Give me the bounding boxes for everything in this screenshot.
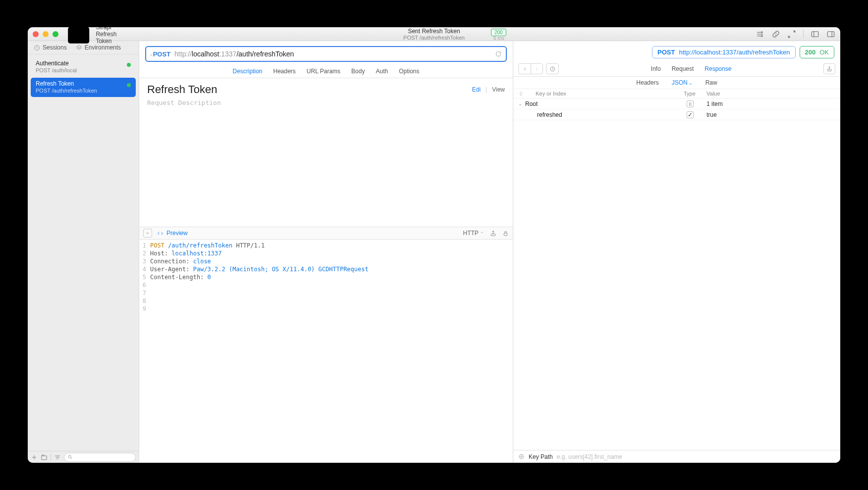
json-columns-header: Key or Index Type Value — [513, 89, 840, 98]
code-lang-select[interactable]: HTTP ⌃ — [463, 230, 484, 237]
tab-sessions[interactable]: Sessions — [34, 44, 67, 51]
subtab-headers[interactable]: Headers — [636, 79, 658, 86]
status-time: 6 ms — [493, 36, 504, 41]
project-icon — [64, 27, 93, 48]
minimize-window-button[interactable] — [43, 31, 49, 37]
keypath-input[interactable] — [557, 453, 835, 460]
description-area: Refresh Token Edi | View Request Descrip… — [139, 78, 513, 227]
svg-point-12 — [519, 454, 524, 459]
request-tabs: Description Headers URL Params Body Auth… — [139, 65, 513, 78]
history-button[interactable] — [546, 63, 559, 74]
sidebar-bottom-toolbar — [28, 451, 139, 463]
preview-label[interactable]: Preview — [157, 230, 188, 237]
request-list: Authenticate POST /auth/local Refresh To… — [28, 54, 139, 451]
tab-info[interactable]: Info — [651, 65, 661, 72]
response-status-pill: 200 OK — [800, 46, 835, 58]
subtab-raw[interactable]: Raw — [705, 79, 717, 86]
description-actions: Edi | View — [472, 86, 505, 93]
response-summary: POST http://localhost:1337/auth/refreshT… — [513, 41, 840, 61]
response-panel: POST http://localhost:1337/auth/refreshT… — [513, 41, 840, 463]
col-value: Value — [706, 91, 835, 97]
tab-description[interactable]: Description — [232, 68, 262, 75]
svg-rect-8 — [491, 234, 495, 236]
description-placeholder[interactable]: Request Description — [147, 99, 505, 106]
history-icon — [34, 45, 40, 51]
svg-rect-6 — [42, 456, 47, 460]
svg-rect-9 — [504, 233, 507, 235]
tab-headers[interactable]: Headers — [273, 68, 296, 75]
url-bar[interactable]: POST http://localhost:1337/auth/refreshT… — [145, 46, 507, 62]
separator — [51, 454, 51, 461]
app-window: Strapi Refresh Token Sent Refresh Token … — [28, 27, 840, 463]
http-method[interactable]: POST — [150, 50, 170, 58]
request-name: Authenticate — [36, 60, 131, 67]
json-key: refreshed — [537, 111, 687, 118]
history-forward-button[interactable] — [531, 64, 542, 74]
tab-body[interactable]: Body — [351, 68, 365, 75]
target-icon[interactable] — [518, 453, 525, 460]
sidebar-search[interactable] — [64, 453, 136, 462]
toolbar-right — [756, 30, 835, 39]
toggle-preview-button[interactable] — [143, 229, 152, 238]
edit-button[interactable]: Edi — [472, 86, 481, 93]
json-root-row[interactable]: ⌄ Root {} 1 item — [513, 98, 840, 109]
close-window-button[interactable] — [33, 31, 39, 37]
request-panel: POST http://localhost:1337/auth/refreshT… — [139, 41, 513, 463]
project-name: Strapi Refresh Token — [96, 27, 122, 45]
json-row[interactable]: refreshed ✓ true — [513, 109, 840, 120]
share-icon[interactable] — [490, 230, 496, 237]
tab-url-params[interactable]: URL Params — [307, 68, 340, 75]
panel-left-icon[interactable] — [811, 30, 819, 39]
svg-rect-0 — [68, 27, 89, 44]
request-path: POST /auth/refreshToken — [36, 88, 131, 95]
collapse-icon[interactable] — [518, 91, 524, 97]
request-title[interactable]: Refresh Token — [147, 83, 217, 96]
separator — [803, 30, 804, 38]
svg-rect-4 — [827, 31, 834, 37]
svg-rect-11 — [827, 69, 831, 71]
folder-icon[interactable] — [41, 454, 48, 461]
tab-options[interactable]: Options — [399, 68, 419, 75]
history-back-button[interactable] — [519, 64, 531, 74]
code-icon — [157, 230, 163, 237]
request-name: Refresh Token — [36, 80, 131, 88]
export-button[interactable] — [823, 63, 835, 74]
link-icon[interactable] — [771, 30, 780, 39]
request-path: POST /auth/local — [36, 67, 131, 74]
subtab-json[interactable]: JSON⌄ — [672, 79, 693, 86]
sort-icon[interactable] — [54, 454, 61, 461]
url-input[interactable]: http://localhost:1337/auth/refreshToken — [174, 50, 491, 58]
titlebar: Strapi Refresh Token Sent Refresh Token … — [28, 27, 840, 41]
expand-icon[interactable] — [787, 30, 796, 39]
code-body[interactable]: 1POST /auth/refreshToken HTTP/1.1 2Host:… — [139, 240, 513, 463]
tab-auth[interactable]: Auth — [376, 68, 388, 75]
lock-icon[interactable] — [502, 230, 509, 237]
status-dot-icon — [127, 83, 131, 87]
svg-point-2 — [761, 35, 762, 37]
col-type: Type — [684, 91, 704, 97]
code-preview-header: Preview HTTP ⌃ — [139, 227, 513, 240]
svg-point-7 — [68, 455, 71, 458]
sidebar-item-refresh-token[interactable]: Refresh Token POST /auth/refreshToken — [31, 78, 136, 97]
tab-response[interactable]: Response — [705, 65, 731, 72]
tab-request[interactable]: Request — [672, 65, 694, 72]
header-subtitle: POST /auth/refreshToken — [403, 35, 465, 41]
json-key: Root — [525, 100, 687, 107]
separator: | — [486, 86, 487, 93]
main-body: Sessions Environments Authenticate POST … — [28, 41, 840, 463]
status-badge: 200 — [491, 29, 506, 36]
tab-sessions-label: Sessions — [43, 44, 67, 51]
json-value: true — [706, 111, 835, 118]
view-button[interactable]: View — [492, 86, 505, 93]
response-url-pill: POST http://localhost:1337/auth/refreshT… — [652, 46, 795, 58]
zoom-window-button[interactable] — [53, 31, 58, 37]
chevron-down-icon[interactable]: ⌄ — [518, 101, 525, 106]
search-icon — [67, 454, 73, 460]
keypath-bar: Key Path — [513, 450, 840, 463]
project-title: Strapi Refresh Token — [64, 27, 123, 48]
add-icon[interactable] — [31, 454, 38, 461]
panel-right-icon[interactable] — [826, 30, 835, 39]
sidebar-item-authenticate[interactable]: Authenticate POST /auth/local — [31, 57, 136, 77]
settings-icon[interactable] — [756, 30, 764, 39]
reload-icon[interactable] — [495, 50, 502, 57]
